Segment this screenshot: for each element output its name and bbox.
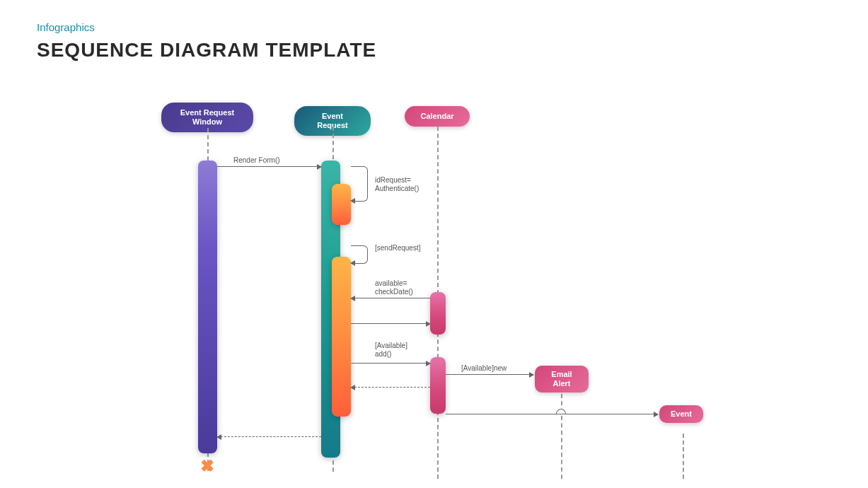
actor-email-alert: Email Alert [535, 366, 589, 393]
loop-authenticate [351, 166, 368, 202]
arrow-available-add [351, 363, 430, 364]
hop-icon [556, 409, 566, 414]
arrow-available-new [446, 374, 533, 375]
label-authenticate: idRequest= Authenticate() [375, 176, 419, 193]
activation-authenticate [332, 184, 351, 225]
label-render-form: Render Form() [233, 156, 280, 165]
label-available-add: [Available] add() [375, 342, 407, 359]
actor-event: Event [659, 405, 703, 423]
arrow-add-return [351, 387, 430, 388]
subtitle: Infographics [37, 21, 376, 33]
sequence-diagram: Event Request Window Event Request Calen… [0, 103, 868, 488]
page-title: SEQUENCE DIAGRAM TEMPLATE [37, 39, 376, 62]
activation-send-request [332, 257, 351, 417]
lifeline-email-alert [561, 394, 562, 479]
label-available-new: [Available]new [461, 364, 507, 373]
activation-event-request-window [198, 161, 217, 453]
label-check-date: available= checkDate() [375, 279, 413, 296]
lifeline-event [683, 434, 684, 479]
loop-send-request [351, 245, 368, 264]
arrow-check-date-return [351, 298, 430, 298]
label-send-request: [sendRequest] [375, 244, 421, 252]
arrow-to-calendar [351, 323, 430, 324]
page-header: Infographics SEQUENCE DIAGRAM TEMPLATE [37, 21, 376, 62]
arrow-final-return [217, 436, 321, 437]
actor-calendar: Calendar [405, 106, 470, 127]
activation-calendar-add [430, 357, 446, 414]
activation-calendar-check [430, 292, 446, 335]
close-icon: ✖ [200, 456, 214, 476]
arrow-to-event [446, 414, 658, 414]
arrow-render-form [217, 166, 321, 167]
